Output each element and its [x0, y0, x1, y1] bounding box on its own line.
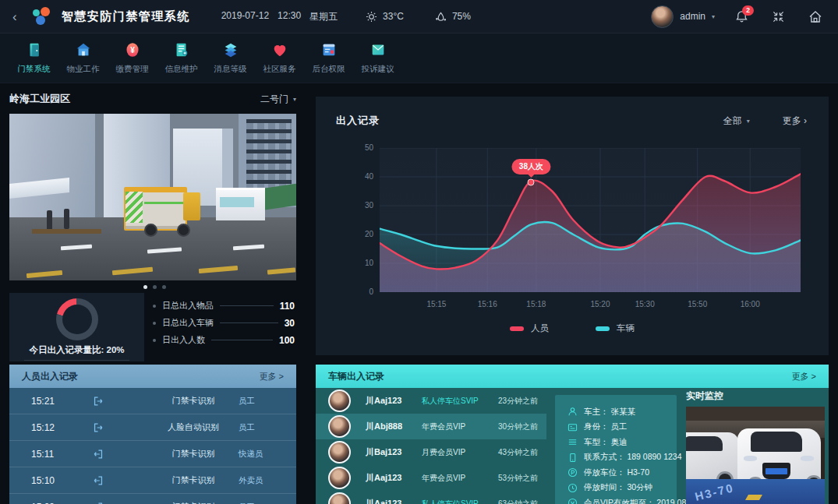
complaint-suggestion-icon: [369, 41, 387, 58]
nav-item-property-work[interactable]: 物业工作: [58, 33, 108, 83]
person-log-panel: 人员出入记录 更多 > 15:21门禁卡识别员工15:12人脸自动识别员工15:…: [9, 365, 296, 504]
vehicle-log-row[interactable]: 川Aaj123私人停车位SVIP63分钟之前: [316, 491, 546, 504]
x-axis-label: 16:00: [741, 300, 760, 308]
stat-label: 日总出入物品: [162, 300, 214, 312]
vehicle-log-row[interactable]: 川Aaj123年费会员VIP53分钟之前: [316, 465, 546, 491]
enter-arrow-icon: [92, 448, 148, 460]
y-axis-label: 30: [347, 201, 373, 210]
driver-avatar: [328, 389, 351, 412]
today-ratio-card: 今日出入记录量比: 20%: [9, 293, 144, 361]
user-menu[interactable]: admin ▾: [651, 5, 715, 28]
stat-label: 日出入人数: [162, 334, 205, 346]
facility-3d-view[interactable]: [9, 114, 296, 280]
app-logo: [33, 7, 53, 26]
nav-item-door-system[interactable]: 门禁系统: [9, 33, 58, 83]
chart-tooltip-dot: [528, 179, 535, 186]
plate-number: 川Baj123: [366, 446, 422, 458]
driver-avatar: [328, 492, 351, 504]
legend-item-vehicle[interactable]: 车辆: [596, 322, 635, 334]
vehicle-log-more-link[interactable]: 更多 >: [792, 371, 816, 382]
person-log-more-link[interactable]: 更多 >: [260, 371, 284, 382]
person-role: 快递员: [239, 449, 296, 460]
datetime: 2019-07-12 12:30 星期五: [221, 10, 338, 23]
detail-text: 会员VIP有效期至： 2019.08.30: [584, 498, 698, 504]
vehicle-detail-card: 车主： 张某某身份： 员工车型： 奥迪联系方式： 189 0890 1234停放…: [555, 395, 677, 504]
chart-filter-value: 全部: [723, 115, 742, 128]
vehicle-detail-row: 身份： 员工: [568, 420, 677, 435]
person-log-row[interactable]: 15:21门禁卡识别员工: [9, 388, 296, 414]
y-axis-label: 0: [347, 287, 373, 296]
recognition-method: 门禁卡识别: [148, 474, 239, 486]
person-role: 员工: [239, 502, 296, 504]
person-log-rows: 15:21门禁卡识别员工15:12人脸自动识别员工15:11门禁卡识别快递员15…: [9, 388, 296, 504]
chart-more-link[interactable]: 更多 ›: [783, 115, 807, 128]
app-root: ‹ 智慧安防门禁管理系统 2019-07-12 12:30 星期五 33°C 7…: [0, 0, 838, 504]
notification-badge: 2: [742, 5, 754, 16]
payment-mgmt-icon: ¥: [124, 41, 141, 58]
vehicle-detail-row: 车型： 奥迪: [568, 435, 677, 450]
back-chevron-icon[interactable]: ‹: [12, 10, 17, 23]
chart-tooltip: 38人次: [512, 159, 550, 174]
gate-selector[interactable]: 二号门 ▾: [260, 93, 296, 106]
vehicle-log-row[interactable]: 川Baj123月费会员VIP43分钟之前: [316, 439, 546, 465]
nav-item-label: 社区服务: [263, 64, 296, 75]
person-log-title: 人员出入记录: [22, 370, 78, 383]
home-icon: [808, 10, 822, 23]
enter-arrow-icon: [92, 474, 148, 487]
person-role: 员工: [239, 396, 296, 407]
nav-item-payment-mgmt[interactable]: ¥缴费管理: [108, 33, 157, 83]
person-log-row[interactable]: 15:09门禁卡识别员工: [9, 494, 296, 504]
vehicle-detail-row: 车主： 张某某: [568, 404, 677, 420]
vehicle-log-rows: 川Aaj123私人停车位SVIP23分钟之前川Abj888年费会员VIP30分钟…: [316, 388, 546, 504]
elapsed-time: 23分钟之前: [498, 396, 546, 407]
humidity-text: 75%: [452, 11, 471, 22]
svg-text:¥: ¥: [130, 45, 135, 54]
elapsed-time: 43分钟之前: [498, 447, 546, 458]
vehicle-log-row[interactable]: 川Aaj123私人停车位SVIP23分钟之前: [316, 388, 546, 414]
detail-text: 停放时间： 30分钟: [584, 482, 652, 493]
carousel-dot[interactable]: [162, 285, 166, 289]
legend-label: 人员: [531, 322, 549, 334]
nav-item-info-maintenance[interactable]: 信息维护: [157, 33, 206, 83]
collapse-icon: [772, 10, 785, 23]
x-axis-label: 15:15: [426, 300, 446, 308]
weather: 33°C: [366, 11, 404, 23]
driver-avatar: [328, 415, 351, 438]
x-axis-label: 15:16: [478, 300, 497, 308]
home-button[interactable]: [808, 10, 822, 23]
bullet-icon: [153, 339, 156, 342]
user-name: admin: [680, 11, 705, 22]
person-log-row[interactable]: 15:11门禁卡识别快递员: [9, 441, 296, 467]
carousel-dot[interactable]: [153, 285, 157, 289]
vehicle-log-title: 车辆出入记录: [328, 370, 384, 383]
entry-time: 15:21: [31, 396, 92, 407]
vehicle-log-row[interactable]: 川Abj888年费会员VIP30分钟之前: [316, 414, 546, 439]
legend-item-person[interactable]: 人员: [510, 322, 549, 334]
nav-item-message-level[interactable]: 消息等级: [206, 33, 255, 83]
chevron-down-icon: ▾: [293, 96, 296, 103]
vehicle-detail-row: 停放车位： H3-70: [568, 465, 677, 481]
stat-row: 日出入人数100: [153, 335, 295, 345]
owner-icon: [568, 407, 578, 417]
nav-item-label: 后台权限: [313, 64, 345, 75]
chart-filter-dropdown[interactable]: 全部 ▾: [723, 115, 750, 128]
live-monitor-photo: H3-70: [686, 407, 825, 504]
property-work-icon: [75, 41, 92, 58]
community-service-icon: [271, 41, 288, 58]
detail-text: 停放车位： H3-70: [584, 467, 649, 478]
nav-item-complaint-suggestion[interactable]: 投诉建议: [353, 33, 402, 83]
x-axis-label: 15:30: [635, 300, 655, 308]
collapse-view-button[interactable]: [772, 10, 785, 23]
person-log-row[interactable]: 15:10门禁卡识别外卖员: [9, 467, 296, 494]
recognition-method: 人脸自动识别: [148, 421, 239, 433]
message-level-icon: [222, 41, 239, 58]
recognition-method: 门禁卡识别: [148, 395, 239, 407]
stat-label: 日总出入车辆: [162, 317, 214, 329]
carousel-dot[interactable]: [143, 285, 147, 289]
notification-bell[interactable]: 2: [735, 9, 748, 23]
scene-carousel: [143, 285, 166, 289]
x-axis-label: 15:50: [688, 300, 707, 308]
person-log-row[interactable]: 15:12人脸自动识别员工: [9, 414, 296, 441]
nav-item-backend-permission[interactable]: 后台权限: [304, 33, 353, 83]
nav-item-community-service[interactable]: 社区服务: [255, 33, 304, 83]
